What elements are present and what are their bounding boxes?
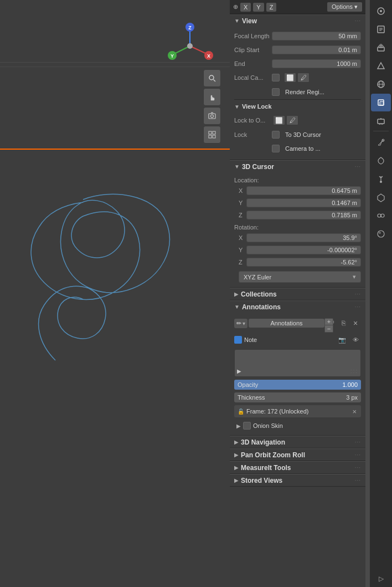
- layer-eye-icon[interactable]: 👁: [350, 334, 361, 345]
- location-label: Location:: [234, 177, 361, 183]
- prop-tab-modifier[interactable]: [371, 152, 391, 170]
- topbar: ⊕ X Y Z Options ▾: [230, 0, 365, 14]
- collections-expand-arrow: ▶: [234, 291, 239, 297]
- lock-label-row: Lock To 3D Cursor: [234, 129, 361, 141]
- grid-tool-button[interactable]: [203, 126, 221, 144]
- thickness-slider[interactable]: Thickness 3 px: [234, 392, 361, 402]
- prop-tab-material[interactable]: [371, 225, 391, 243]
- local-cam-row: Local Ca... ⬜ 🖊: [234, 72, 361, 84]
- annotations-section: ▼ Annotations ··· ✏ ▾ Annotations 🛡 ⎘ × …: [230, 300, 365, 436]
- prop-tab-render[interactable]: [371, 2, 391, 20]
- pan-orbit-section-title: Pan Orbit Zoom Roll: [241, 451, 355, 459]
- opacity-slider[interactable]: Opacity 1.000: [234, 380, 361, 390]
- annot-type-icon: ✏: [236, 320, 241, 327]
- lock-label: Lock: [234, 131, 272, 138]
- cursor-rx-input[interactable]: 35.9°: [246, 233, 361, 242]
- onion-expand-arrow[interactable]: ▶: [236, 423, 241, 429]
- cursor-y-row: Y 0.1467 m: [234, 197, 361, 208]
- thickness-label: Thickness: [238, 394, 265, 401]
- camera-to-checkbox[interactable]: [272, 145, 280, 152]
- onion-skin-checkbox[interactable]: [243, 422, 251, 430]
- local-cam-dropper[interactable]: 🖊: [297, 73, 310, 83]
- axis-gizmo[interactable]: Z X Y: [163, 19, 216, 72]
- lock-obj-dropper[interactable]: 🖊: [286, 115, 298, 125]
- prop-tab-view-indicator[interactable]: [371, 114, 391, 129]
- local-cam-icon-1[interactable]: ⬜: [284, 73, 296, 83]
- cursor-x-input[interactable]: 0.6475 m: [246, 186, 361, 195]
- annotation-text-area[interactable]: ▶ :::: [234, 349, 361, 377]
- annotations-close-icon[interactable]: ×: [350, 318, 361, 329]
- hand-tool-button[interactable]: [203, 88, 221, 106]
- annotations-section-title: Annotations: [242, 303, 355, 311]
- prop-tab-particles[interactable]: [371, 170, 391, 188]
- y-axis-button[interactable]: Y: [253, 3, 264, 12]
- prop-tab-scene[interactable]: [371, 57, 391, 75]
- svg-text:Y: Y: [171, 53, 174, 59]
- prop-tab-physics[interactable]: [371, 188, 391, 206]
- onion-skin-row: ▶ Onion Skin: [234, 420, 361, 432]
- opacity-row: Opacity 1.000: [234, 379, 361, 390]
- stored-views-section-header[interactable]: ▶ Stored Views ···: [230, 474, 365, 486]
- guide-line-2: [0, 67, 230, 67]
- svg-line-11: [214, 80, 216, 82]
- cursor-section-header[interactable]: ▼ 3D Cursor ···: [230, 160, 365, 172]
- pan-orbit-section-header[interactable]: ▶ Pan Orbit Zoom Roll ···: [230, 448, 365, 461]
- annotations-section-body: ✏ ▾ Annotations 🛡 ⎘ × Note 📷 👁 ▶ :::: [230, 313, 365, 435]
- horizon-line: [0, 149, 230, 150]
- layer-color-swatch[interactable]: [234, 336, 242, 344]
- cursor-z-input[interactable]: 0.7185 m: [246, 211, 361, 220]
- prop-tab-constraints[interactable]: [371, 207, 391, 224]
- lock-to-obj-label: Lock to O...: [234, 117, 272, 124]
- 3d-nav-section-header[interactable]: ▶ 3D Navigation ···: [230, 436, 365, 448]
- lock-3d-cursor-checkbox[interactable]: [272, 131, 280, 139]
- prop-tab-object[interactable]: [371, 94, 391, 111]
- cursor-y-input[interactable]: 0.1467 m: [246, 198, 361, 207]
- annot-type-dropdown[interactable]: ✏ ▾: [234, 319, 247, 328]
- collections-section-header[interactable]: ▶ Collections ···: [230, 288, 365, 300]
- cursor-ry-input[interactable]: -0.000002°: [246, 246, 361, 254]
- clip-end-input[interactable]: 1000 m: [272, 59, 361, 68]
- search-tool-button[interactable]: [203, 69, 221, 87]
- prop-tab-output[interactable]: [371, 21, 391, 38]
- measureit-section-header[interactable]: ▶ MeasureIt Tools ···: [230, 461, 365, 473]
- annotation-area-footer: ▶ :::: [237, 368, 358, 374]
- remove-layer-button[interactable]: −: [324, 325, 333, 333]
- render-region-checkbox[interactable]: [272, 88, 280, 96]
- view-section-title: View: [242, 17, 355, 25]
- svg-rect-31: [380, 101, 384, 105]
- focal-length-input[interactable]: 50 mm: [272, 32, 361, 40]
- cursor-z-label: Z: [239, 212, 246, 218]
- prop-tab-world[interactable]: [371, 75, 391, 93]
- options-button[interactable]: Options ▾: [327, 2, 362, 12]
- annotations-section-header[interactable]: ▼ Annotations ···: [230, 300, 365, 313]
- camera-to-label: Camera to ...: [285, 145, 321, 152]
- cursor-x-row: X 0.6475 m: [234, 185, 361, 196]
- thickness-value: 3 px: [346, 394, 358, 401]
- rotation-mode-select[interactable]: XYZ Euler ▾: [239, 271, 361, 283]
- add-layer-button[interactable]: +: [324, 318, 333, 325]
- clip-end-row: End 1000 m: [234, 58, 361, 70]
- measureit-section: ▶ MeasureIt Tools ···: [230, 461, 365, 474]
- view-section-header[interactable]: ▼ View ···: [230, 14, 365, 27]
- clip-start-input[interactable]: 0.01 m: [272, 45, 361, 54]
- camera-tool-button[interactable]: [203, 107, 221, 125]
- local-cam-checkbox[interactable]: [272, 74, 280, 81]
- annotations-name-field[interactable]: Annotations: [249, 319, 324, 328]
- view-lock-header[interactable]: ▼ View Lock: [234, 101, 361, 112]
- prop-tab-tools[interactable]: [371, 134, 391, 151]
- annotations-copy-icon[interactable]: ⎘: [338, 318, 349, 329]
- lock-obj-icon[interactable]: ⬜: [273, 115, 285, 125]
- z-axis-button[interactable]: Z: [266, 3, 277, 12]
- layer-scene-icon[interactable]: 📷: [337, 334, 348, 345]
- prop-tab-view-layer[interactable]: [371, 39, 391, 57]
- frame-close-button[interactable]: ×: [351, 407, 358, 416]
- collections-section-dots: ···: [355, 291, 361, 297]
- annotations-toolbar: ✏ ▾ Annotations 🛡 ⎘ ×: [234, 316, 361, 330]
- x-axis-button[interactable]: X: [240, 3, 251, 12]
- measureit-expand-arrow: ▶: [234, 465, 239, 471]
- cursor-rz-input[interactable]: -5.62°: [246, 258, 361, 267]
- properties-expand-button[interactable]: ▷: [379, 575, 384, 583]
- svg-point-10: [209, 75, 214, 80]
- svg-point-44: [378, 231, 384, 237]
- svg-rect-12: [209, 114, 215, 119]
